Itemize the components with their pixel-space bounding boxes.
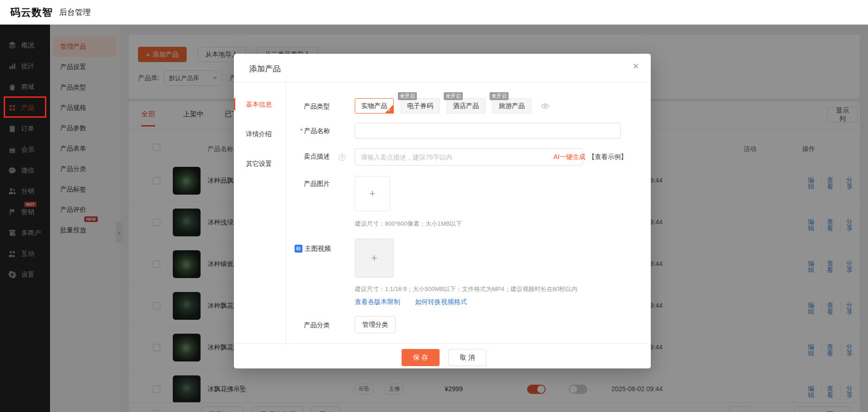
product-image-label: 产品图片 [304, 180, 330, 188]
product-type-options: 实物产品 ✓ 未开启 电子券码 未开启 酒店产品 未开启 旅游产品 [355, 98, 549, 114]
selected-check-corner: ✓ [384, 104, 394, 114]
type-option-label: 实物产品 [361, 102, 387, 110]
disabled-badge: 未开启 [490, 92, 509, 100]
type-option-physical[interactable]: 实物产品 ✓ [355, 98, 394, 114]
product-name-input[interactable] [355, 123, 621, 139]
required-asterisk: * [300, 127, 302, 134]
type-option-label: 酒店产品 [453, 102, 479, 110]
main-video-label: 主图视频 [305, 245, 331, 253]
modal-header: 添加产品 × [234, 54, 651, 82]
check-icon: ✓ [388, 108, 391, 113]
modal-tab-column: 基本信息 详情介绍 其它设置 [234, 82, 286, 343]
save-button[interactable]: 保 存 [402, 349, 440, 366]
selling-point-label: 卖点描述 [304, 152, 330, 161]
plus-icon: + [370, 188, 376, 200]
modal-tab-label: 其它设置 [246, 160, 272, 167]
video-size-hint: 建议尺寸：1:1/16:9；大小500MB以下；文件格式为MP4；建议视频时长在… [355, 285, 577, 293]
product-nav-highlight [4, 96, 46, 118]
active-tab-indicator [234, 98, 235, 110]
convert-video-link[interactable]: 如何转换视频格式 [415, 298, 467, 306]
modal-tab-label: 详情介绍 [246, 130, 272, 138]
type-option-hotel[interactable]: 未开启 酒店产品 [447, 98, 485, 114]
disabled-badge: 未开启 [398, 92, 417, 100]
product-type-label: 产品类型 [304, 102, 330, 111]
image-size-hint: 建议尺寸：800*800像素；大小1MB以下 [355, 220, 462, 228]
brand-logo: 码云数智 [10, 6, 53, 19]
question-icon[interactable]: ? [339, 154, 346, 161]
modal-tab-label: 基本信息 [246, 101, 272, 108]
video-upload-box[interactable]: + [355, 239, 394, 278]
product-name-label: *产品名称 [300, 127, 330, 135]
add-product-modal: 添加产品 × 基本信息 详情介绍 其它设置 产品类型 实物产品 ✓ 未开启 电子… [234, 54, 651, 368]
eye-icon[interactable] [541, 102, 549, 110]
ai-generate-button[interactable]: AI一键生成 [554, 153, 585, 161]
modal-tab-details[interactable]: 详情介绍 [234, 127, 286, 141]
type-option-evoucher[interactable]: 未开启 电子券码 [401, 98, 440, 114]
version-limits-link[interactable]: 查看各版本限制 [355, 298, 400, 306]
product-name-label-text: 产品名称 [304, 127, 330, 134]
modal-title: 添加产品 [249, 63, 281, 74]
view-example-link[interactable]: 【查看示例】 [588, 153, 627, 161]
type-option-travel[interactable]: 未开启 旅游产品 [492, 98, 531, 114]
manage-category-button[interactable]: 管理分类 [355, 316, 396, 333]
app-subtitle: 后台管理 [59, 7, 91, 18]
plus-icon: + [371, 252, 377, 264]
modal-tab-basic-info[interactable]: 基本信息 [234, 97, 286, 111]
type-option-label: 电子券码 [407, 102, 433, 110]
cancel-button[interactable]: 取 消 [448, 349, 486, 366]
close-icon[interactable]: × [633, 61, 639, 71]
top-header: 码云数智 后台管理 [0, 0, 868, 25]
disabled-badge: 未开启 [444, 92, 463, 100]
type-option-label: 旅游产品 [499, 102, 525, 110]
product-category-label: 产品分类 [304, 321, 330, 330]
video-tag-badge: 标 [295, 245, 302, 253]
modal-footer: 保 存 取 消 [234, 343, 651, 368]
selling-point-input[interactable] [355, 148, 583, 165]
modal-tab-other-settings[interactable]: 其它设置 [234, 157, 286, 171]
image-upload-box[interactable]: + [355, 176, 390, 211]
